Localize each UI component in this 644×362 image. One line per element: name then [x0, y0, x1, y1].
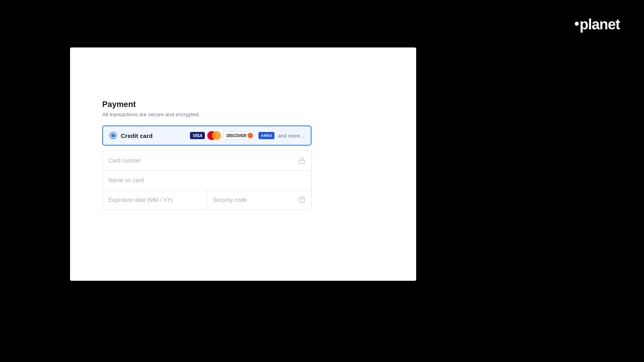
visa-logo: VISA — [190, 132, 205, 139]
main-panel: Payment All transactions are secure and … — [70, 47, 416, 281]
mc-circle-right — [212, 131, 221, 140]
card-logos: VISA DISCOVER AMEX and more... — [190, 131, 304, 140]
payment-section: Payment All transactions are secure and … — [102, 100, 312, 210]
radio-inner — [111, 134, 115, 138]
discover-text: DISCOVER — [226, 134, 246, 138]
and-more-text: and more... — [278, 133, 304, 139]
expiration-field — [103, 190, 207, 210]
logo: planet — [575, 16, 620, 33]
discover-dot — [248, 133, 253, 138]
logo-dot — [575, 22, 579, 26]
credit-card-label: Credit card — [121, 132, 153, 139]
name-on-card-row — [103, 171, 311, 190]
question-icon — [298, 196, 311, 204]
discover-logo: DISCOVER — [223, 132, 256, 140]
name-on-card-input[interactable] — [103, 171, 311, 190]
mastercard-logo — [207, 131, 221, 140]
lock-icon — [298, 151, 311, 170]
amex-logo: AMEX — [258, 132, 275, 139]
svg-rect-0 — [299, 160, 305, 163]
security-code-input[interactable] — [207, 190, 299, 210]
payment-subtitle: All transactions are secure and encrypte… — [102, 111, 312, 117]
logo-text: planet — [580, 16, 620, 33]
expiry-security-row — [103, 190, 311, 210]
payment-form — [102, 150, 312, 210]
credit-card-radio[interactable] — [109, 132, 117, 139]
credit-card-option[interactable]: Credit card VISA DISCOVER — [102, 125, 312, 146]
svg-point-1 — [299, 197, 305, 203]
card-number-input[interactable] — [103, 151, 298, 170]
expiration-input[interactable] — [103, 190, 207, 210]
security-code-field — [207, 190, 312, 210]
credit-card-left: Credit card — [109, 132, 153, 139]
payment-title: Payment — [102, 100, 312, 109]
card-number-row — [103, 151, 311, 171]
